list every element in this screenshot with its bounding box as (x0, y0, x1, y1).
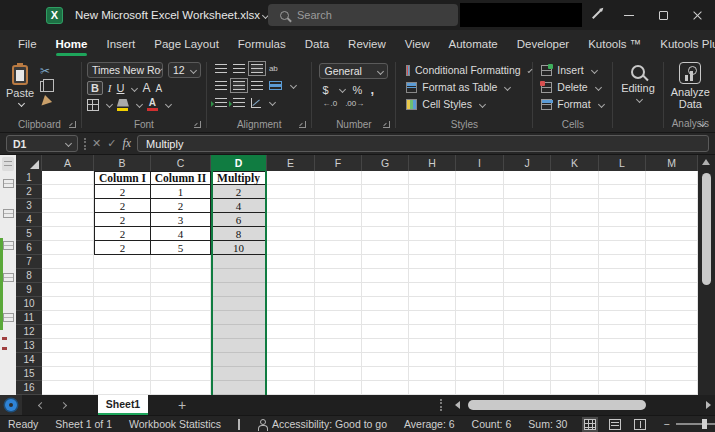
cell-L13[interactable] (599, 339, 646, 353)
cell-H11[interactable] (409, 311, 456, 325)
cell-J11[interactable] (504, 311, 551, 325)
cell-J4[interactable] (504, 213, 551, 227)
next-sheet-button[interactable] (60, 401, 67, 408)
cell-L9[interactable] (599, 283, 646, 297)
cell-G3[interactable] (362, 199, 409, 213)
row-header-8[interactable]: 8 (16, 269, 42, 283)
cell-E6[interactable] (267, 241, 315, 255)
scroll-right-arrow[interactable] (706, 401, 711, 409)
cell-C6[interactable]: 5 (151, 241, 211, 255)
cell-M13[interactable] (646, 339, 698, 353)
column-header-J[interactable]: J (504, 155, 551, 171)
column-header-M[interactable]: M (646, 155, 698, 171)
cell-H6[interactable] (409, 241, 456, 255)
cell-F2[interactable] (315, 185, 362, 199)
row-header-7[interactable]: 7 (16, 255, 42, 269)
fill-color-button[interactable] (117, 99, 129, 111)
accessibility-status[interactable]: Accessibility: Good to go (257, 418, 387, 430)
cell-A12[interactable] (42, 325, 94, 339)
cell-M4[interactable] (646, 213, 698, 227)
cell-B4[interactable]: 2 (94, 213, 151, 227)
cell-K15[interactable] (551, 367, 599, 381)
cell-F12[interactable] (315, 325, 362, 339)
cell-C8[interactable] (151, 269, 211, 283)
cell-K14[interactable] (551, 353, 599, 367)
cell-M7[interactable] (646, 255, 698, 269)
cell-C13[interactable] (151, 339, 211, 353)
tab-insert[interactable]: Insert (106, 30, 135, 58)
row-header-1[interactable]: 1 (16, 171, 42, 185)
vertical-scrollbar[interactable] (698, 155, 715, 395)
cell-A10[interactable] (42, 297, 94, 311)
settings-button[interactable] (0, 395, 22, 415)
workbook-statistics-button[interactable]: Workbook Statistics (129, 418, 221, 430)
cell-L4[interactable] (599, 213, 646, 227)
cell-H5[interactable] (409, 227, 456, 241)
align-middle-button[interactable] (233, 64, 245, 73)
cell-C11[interactable] (151, 311, 211, 325)
column-header-D[interactable]: D (211, 155, 267, 171)
number-format-select[interactable]: General (319, 63, 388, 79)
cell-I5[interactable] (456, 227, 504, 241)
cell-H14[interactable] (409, 353, 456, 367)
cell-L7[interactable] (599, 255, 646, 269)
cell-L2[interactable] (599, 185, 646, 199)
cell-B10[interactable] (94, 297, 151, 311)
cell-D10[interactable] (211, 297, 267, 311)
cell-M1[interactable] (646, 171, 698, 185)
align-left-button[interactable] (215, 81, 227, 90)
cell-H13[interactable] (409, 339, 456, 353)
align-right-button[interactable] (251, 81, 263, 90)
close-button[interactable] (680, 0, 714, 30)
cell-G2[interactable] (362, 185, 409, 199)
column-header-E[interactable]: E (267, 155, 315, 171)
cell-C14[interactable] (151, 353, 211, 367)
tab-kutools[interactable]: Kutools ™ (588, 30, 641, 58)
cell-C9[interactable] (151, 283, 211, 297)
row-header-5[interactable]: 5 (16, 227, 42, 241)
increase-decimal-button[interactable]: ←.0 (322, 99, 337, 108)
cell-G1[interactable] (362, 171, 409, 185)
row-header-16[interactable]: 16 (16, 381, 42, 395)
cell-K12[interactable] (551, 325, 599, 339)
cell-I13[interactable] (456, 339, 504, 353)
workbook-statistics-icon[interactable] (238, 419, 240, 430)
cell-J10[interactable] (504, 297, 551, 311)
cell-A2[interactable] (42, 185, 94, 199)
tab-review[interactable]: Review (348, 30, 386, 58)
cell-I6[interactable] (456, 241, 504, 255)
cell-J15[interactable] (504, 367, 551, 381)
cell-E16[interactable] (267, 381, 315, 395)
copy-button[interactable] (40, 81, 49, 92)
cell-M16[interactable] (646, 381, 698, 395)
cell-E12[interactable] (267, 325, 315, 339)
cell-D6[interactable]: 10 (211, 241, 267, 255)
cell-B7[interactable] (94, 255, 151, 269)
font-dialog-launcher[interactable] (194, 121, 201, 128)
sidebar-toggle-button[interactable] (2, 157, 14, 171)
cell-D5[interactable]: 8 (211, 227, 267, 241)
cell-L15[interactable] (599, 367, 646, 381)
cell-G12[interactable] (362, 325, 409, 339)
cell-I7[interactable] (456, 255, 504, 269)
tab-formulas[interactable]: Formulas (238, 30, 286, 58)
font-size-select[interactable]: 12 (168, 62, 201, 78)
cell-I16[interactable] (456, 381, 504, 395)
normal-view-button[interactable] (584, 419, 596, 430)
tab-developer[interactable]: Developer (517, 30, 569, 58)
format-painter-button[interactable] (38, 95, 52, 109)
table-icon[interactable] (3, 273, 14, 282)
cell-D16[interactable] (211, 381, 267, 395)
cell-I15[interactable] (456, 367, 504, 381)
cell-A1[interactable] (42, 171, 94, 185)
page-layout-view-button[interactable] (609, 419, 621, 430)
cell-M3[interactable] (646, 199, 698, 213)
cell-G9[interactable] (362, 283, 409, 297)
cell-A4[interactable] (42, 213, 94, 227)
cell-E15[interactable] (267, 367, 315, 381)
cell-K11[interactable] (551, 311, 599, 325)
sheet-count-status[interactable]: Sheet 1 of 1 (55, 418, 112, 430)
horizontal-scrollbar[interactable] (455, 395, 711, 415)
cell-F1[interactable] (315, 171, 362, 185)
cell-C5[interactable]: 4 (151, 227, 211, 241)
